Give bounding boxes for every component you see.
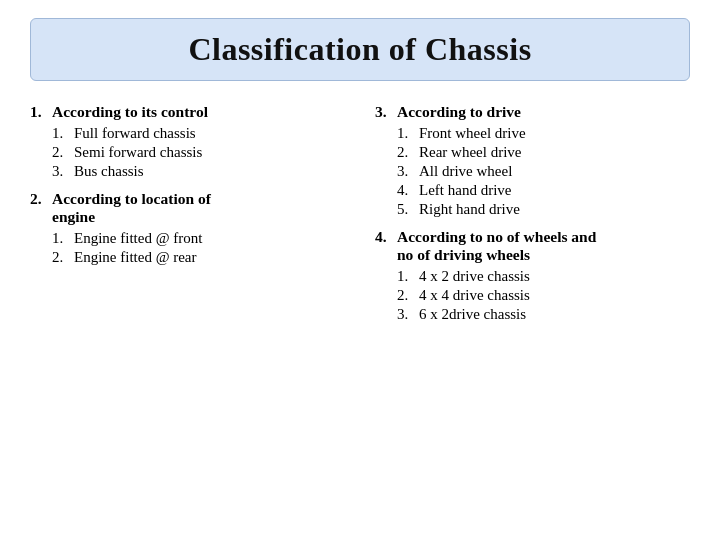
section-3-label: According to drive — [397, 103, 521, 121]
section-2-num: 2. — [30, 190, 52, 208]
list-item: 1. Full forward chassis — [52, 125, 345, 142]
section-1: 1. According to its control 1. Full forw… — [30, 103, 345, 180]
section-2-sublist: 1. Engine fitted @ front 2. Engine fitte… — [52, 230, 345, 266]
sub-text: 6 x 2drive chassis — [419, 306, 526, 323]
sub-num: 1. — [52, 125, 74, 142]
list-item: 2. 4 x 4 drive chassis — [397, 287, 690, 304]
sub-num: 2. — [397, 287, 419, 304]
sub-num: 5. — [397, 201, 419, 218]
list-item: 2. Rear wheel drive — [397, 144, 690, 161]
page-title: Classification of Chassis — [188, 31, 531, 67]
list-item: 3. Bus chassis — [52, 163, 345, 180]
right-column: 3. According to drive 1. Front wheel dri… — [365, 103, 690, 522]
section-1-num: 1. — [30, 103, 52, 121]
sub-text: Engine fitted @ rear — [74, 249, 197, 266]
list-item: 1. Engine fitted @ front — [52, 230, 345, 247]
section-1-label: According to its control — [52, 103, 208, 121]
sub-num: 2. — [397, 144, 419, 161]
section-3-num: 3. — [375, 103, 397, 121]
section-2: 2. According to location of engine 1. En… — [30, 190, 345, 266]
sub-num: 1. — [52, 230, 74, 247]
sub-text: Left hand drive — [419, 182, 511, 199]
list-item: 1. Front wheel drive — [397, 125, 690, 142]
left-column: 1. According to its control 1. Full forw… — [30, 103, 355, 522]
sub-num: 1. — [397, 125, 419, 142]
sub-num: 3. — [397, 306, 419, 323]
list-item: 3. 6 x 2drive chassis — [397, 306, 690, 323]
list-item: 2. Engine fitted @ rear — [52, 249, 345, 266]
sub-text: All drive wheel — [419, 163, 512, 180]
section-1-header: 1. According to its control — [30, 103, 345, 121]
sub-text: 4 x 2 drive chassis — [419, 268, 530, 285]
section-3: 3. According to drive 1. Front wheel dri… — [375, 103, 690, 218]
sub-text: Right hand drive — [419, 201, 520, 218]
sub-num: 2. — [52, 144, 74, 161]
list-item: 3. All drive wheel — [397, 163, 690, 180]
list-item: 2. Semi forward chassis — [52, 144, 345, 161]
section-4-label: According to no of wheels and no of driv… — [397, 228, 596, 264]
sub-text: Semi forward chassis — [74, 144, 202, 161]
section-1-sublist: 1. Full forward chassis 2. Semi forward … — [52, 125, 345, 180]
sub-text: Engine fitted @ front — [74, 230, 202, 247]
section-4: 4. According to no of wheels and no of d… — [375, 228, 690, 323]
sub-num: 2. — [52, 249, 74, 266]
section-4-header: 4. According to no of wheels and no of d… — [375, 228, 690, 264]
sub-text: Full forward chassis — [74, 125, 196, 142]
section-2-label: According to location of engine — [52, 190, 211, 226]
sub-text: Rear wheel drive — [419, 144, 521, 161]
section-3-sublist: 1. Front wheel drive 2. Rear wheel drive… — [397, 125, 690, 218]
section-4-num: 4. — [375, 228, 397, 246]
sub-num: 4. — [397, 182, 419, 199]
sub-num: 3. — [397, 163, 419, 180]
sub-text: 4 x 4 drive chassis — [419, 287, 530, 304]
sub-text: Bus chassis — [74, 163, 144, 180]
section-4-sublist: 1. 4 x 2 drive chassis 2. 4 x 4 drive ch… — [397, 268, 690, 323]
content-area: 1. According to its control 1. Full forw… — [30, 103, 690, 522]
sub-text: Front wheel drive — [419, 125, 526, 142]
section-2-header: 2. According to location of engine — [30, 190, 345, 226]
title-box: Classification of Chassis — [30, 18, 690, 81]
sub-num: 3. — [52, 163, 74, 180]
list-item: 4. Left hand drive — [397, 182, 690, 199]
page: Classification of Chassis 1. According t… — [0, 0, 720, 540]
list-item: 5. Right hand drive — [397, 201, 690, 218]
sub-num: 1. — [397, 268, 419, 285]
list-item: 1. 4 x 2 drive chassis — [397, 268, 690, 285]
section-3-header: 3. According to drive — [375, 103, 690, 121]
